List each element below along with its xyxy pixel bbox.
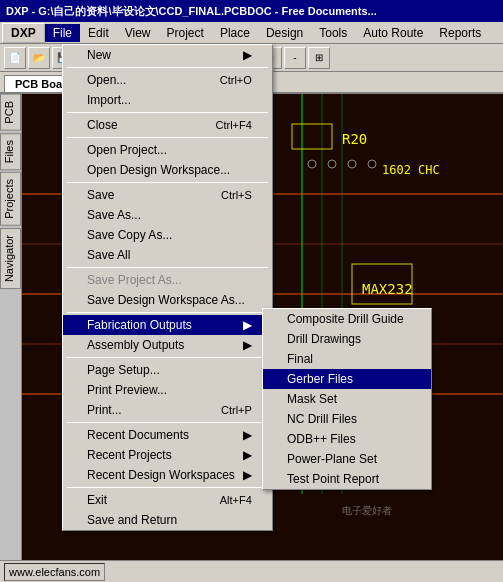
file-menu-save-all[interactable]: Save All [63, 245, 272, 265]
sep9 [67, 487, 268, 488]
status-bar: www.elecfans.com [0, 560, 503, 582]
open-btn[interactable]: 📂 [28, 47, 50, 69]
file-menu-recent-docs[interactable]: Recent Documents ▶ [63, 425, 272, 445]
submenu-final[interactable]: Final [263, 349, 431, 369]
recent-projects-arrow-icon: ▶ [235, 448, 252, 462]
save-copy-label: Save Copy As... [87, 228, 172, 242]
open-project-label: Open Project... [87, 143, 167, 157]
composite-drill-label: Composite Drill Guide [287, 312, 404, 326]
file-menu-import[interactable]: Import... [63, 90, 272, 110]
file-menu-open-project[interactable]: Open Project... [63, 140, 272, 160]
save-label: Save [87, 188, 114, 202]
menu-design[interactable]: Design [258, 24, 311, 42]
new-btn[interactable]: 📄 [4, 47, 26, 69]
sep8 [67, 422, 268, 423]
file-menu-assembly-outputs[interactable]: Assembly Outputs ▶ [63, 335, 272, 355]
file-menu-print[interactable]: Print... Ctrl+P [63, 400, 272, 420]
open-shortcut: Ctrl+O [200, 74, 252, 86]
fab-arrow-icon: ▶ [235, 318, 252, 332]
save-as-label: Save As... [87, 208, 141, 222]
file-import-label: Import... [87, 93, 131, 107]
recent-workspaces-label: Recent Design Workspaces [87, 468, 235, 482]
sep2 [67, 112, 268, 113]
file-menu-save-project-as: Save Project As... [63, 270, 272, 290]
menu-dxp[interactable]: DXP [2, 23, 45, 43]
submenu-test-point[interactable]: Test Point Report [263, 469, 431, 489]
save-project-as-label: Save Project As... [87, 273, 182, 287]
sep3 [67, 137, 268, 138]
gerber-files-label: Gerber Files [287, 372, 353, 386]
file-menu-recent-projects[interactable]: Recent Projects ▶ [63, 445, 272, 465]
title-bar: DXP - G:\自己的资料\毕设论文\CCD_FINAL.PCBDOC - F… [0, 0, 503, 22]
menu-edit[interactable]: Edit [80, 24, 117, 42]
file-menu-save-return[interactable]: Save and Return [63, 510, 272, 530]
svg-text:R20: R20 [342, 131, 367, 147]
file-menu-page-setup[interactable]: Page Setup... [63, 360, 272, 380]
file-new-label: New [87, 48, 111, 62]
menu-project[interactable]: Project [159, 24, 212, 42]
menu-autoroute[interactable]: Auto Route [355, 24, 431, 42]
file-menu-save-workspace-as[interactable]: Save Design Workspace As... [63, 290, 272, 310]
test-point-label: Test Point Report [287, 472, 379, 486]
assembly-arrow-icon: ▶ [235, 338, 252, 352]
submenu-power-plane[interactable]: Power-Plane Set [263, 449, 431, 469]
menu-file[interactable]: File [45, 24, 80, 42]
drill-drawings-label: Drill Drawings [287, 332, 361, 346]
file-close-label: Close [87, 118, 118, 132]
new-arrow-icon: ▶ [235, 48, 252, 62]
file-menu-dropdown: New ▶ Open... Ctrl+O Import... Close Ctr… [62, 44, 273, 531]
mask-set-label: Mask Set [287, 392, 337, 406]
file-menu-close[interactable]: Close Ctrl+F4 [63, 115, 272, 135]
save-return-label: Save and Return [87, 513, 177, 527]
submenu-drill-drawings[interactable]: Drill Drawings [263, 329, 431, 349]
final-label: Final [287, 352, 313, 366]
zoom-fit-btn[interactable]: ⊞ [308, 47, 330, 69]
print-preview-label: Print Preview... [87, 383, 167, 397]
menu-tools[interactable]: Tools [311, 24, 355, 42]
fab-outputs-label: Fabrication Outputs [87, 318, 192, 332]
submenu-composite-drill[interactable]: Composite Drill Guide [263, 309, 431, 329]
svg-text:MAX232: MAX232 [362, 281, 413, 297]
exit-label: Exit [87, 493, 107, 507]
submenu-nc-drill[interactable]: NC Drill Files [263, 409, 431, 429]
file-menu-recent-workspaces[interactable]: Recent Design Workspaces ▶ [63, 465, 272, 485]
fabrication-submenu: Composite Drill Guide Drill Drawings Fin… [262, 308, 432, 490]
odb-label: ODB++ Files [287, 432, 356, 446]
close-shortcut: Ctrl+F4 [195, 119, 251, 131]
side-tab-files[interactable]: Files [0, 133, 21, 170]
file-menu-open-workspace[interactable]: Open Design Workspace... [63, 160, 272, 180]
save-all-label: Save All [87, 248, 130, 262]
side-tab-navigator[interactable]: Navigator [0, 228, 21, 289]
exit-shortcut: Alt+F4 [200, 494, 252, 506]
svg-text:1602 CHC: 1602 CHC [382, 163, 440, 177]
sep1 [67, 67, 268, 68]
power-plane-label: Power-Plane Set [287, 452, 377, 466]
zoom-out-btn[interactable]: - [284, 47, 306, 69]
file-menu-save-copy[interactable]: Save Copy As... [63, 225, 272, 245]
file-menu-fab-outputs[interactable]: Fabrication Outputs ▶ [63, 315, 272, 335]
submenu-gerber-files[interactable]: Gerber Files [263, 369, 431, 389]
sep4 [67, 182, 268, 183]
file-menu-new[interactable]: New ▶ [63, 45, 272, 65]
side-tab-projects[interactable]: Projects [0, 172, 21, 226]
save-shortcut: Ctrl+S [201, 189, 252, 201]
file-menu-print-preview[interactable]: Print Preview... [63, 380, 272, 400]
page-setup-label: Page Setup... [87, 363, 160, 377]
menu-view[interactable]: View [117, 24, 159, 42]
submenu-odb[interactable]: ODB++ Files [263, 429, 431, 449]
file-menu-save-as[interactable]: Save As... [63, 205, 272, 225]
menu-reports[interactable]: Reports [431, 24, 489, 42]
file-menu-save[interactable]: Save Ctrl+S [63, 185, 272, 205]
sep6 [67, 312, 268, 313]
menu-place[interactable]: Place [212, 24, 258, 42]
status-text: www.elecfans.com [4, 563, 105, 581]
file-menu-open[interactable]: Open... Ctrl+O [63, 70, 272, 90]
print-shortcut: Ctrl+P [201, 404, 252, 416]
sep7 [67, 357, 268, 358]
side-tab-pcb[interactable]: PCB [0, 94, 21, 131]
title-text: DXP - G:\自己的资料\毕设论文\CCD_FINAL.PCBDOC - F… [6, 4, 497, 19]
submenu-mask-set[interactable]: Mask Set [263, 389, 431, 409]
assembly-outputs-label: Assembly Outputs [87, 338, 184, 352]
file-open-label: Open... [87, 73, 126, 87]
file-menu-exit[interactable]: Exit Alt+F4 [63, 490, 272, 510]
